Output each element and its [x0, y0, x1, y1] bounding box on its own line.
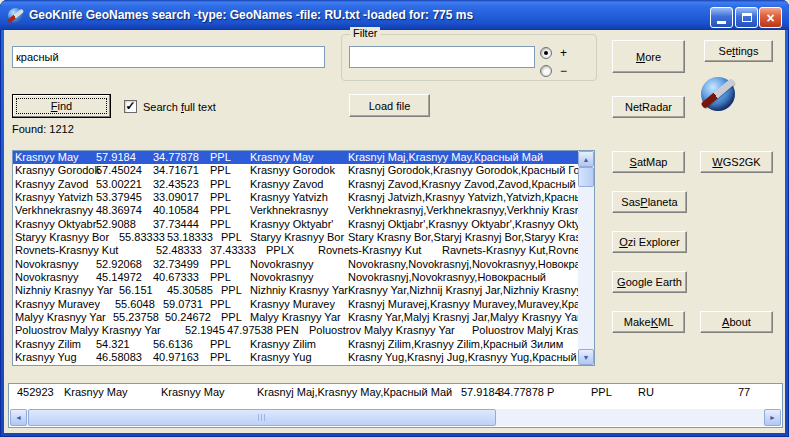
status-field: 34.77878 P: [498, 386, 554, 398]
list-row[interactable]: Staryy Krasnyy Bor55.8333353.18333PPLSta…: [13, 231, 578, 244]
app-icon[interactable]: [7, 7, 24, 24]
chevron-up-icon: ▲: [583, 156, 590, 163]
filter-minus-radio[interactable]: −: [540, 64, 567, 78]
scroll-right-button[interactable]: ►: [764, 409, 781, 426]
maximize-icon: [742, 13, 752, 22]
more-button[interactable]: More: [612, 40, 685, 73]
load-file-button[interactable]: Load file: [349, 94, 430, 117]
main-content: Filter + − More Settings NetRadar Find ✓…: [4, 30, 785, 433]
status-field: PPL: [591, 386, 612, 398]
geoknife-logo-icon: [698, 74, 738, 114]
status-field: 57.9184: [461, 386, 501, 398]
list-row[interactable]: Krasnyy May57.918434.77878PPLKrasnyy May…: [13, 151, 578, 164]
status-field: Krasnyy May: [64, 386, 128, 398]
scroll-left-button[interactable]: ◄: [10, 409, 27, 426]
detail-panel: 452923Krasnyy MayKrasnyy MayKrasnyj Maj,…: [8, 383, 783, 428]
list-row[interactable]: Krasnyy Yug46.5808340.97163PPLKrasnyy Yu…: [13, 351, 578, 364]
scroll-down-button[interactable]: ▼: [578, 349, 594, 365]
vertical-scroll-thumb[interactable]: [578, 167, 594, 187]
horizontal-scrollbar[interactable]: ◄ ►: [10, 409, 781, 426]
radio-icon: [540, 47, 552, 59]
make-kml-button[interactable]: Make KML: [612, 311, 685, 333]
list-row[interactable]: Nizhniy Krasnyy Yar56.15145.30585PPLNizh…: [13, 284, 578, 297]
google-earth-button[interactable]: Google Earth: [612, 271, 687, 293]
sas-planeta-button[interactable]: Sas Planeta: [612, 191, 687, 213]
list-row[interactable]: Poluostrov Malyy Krasnyy Yar52.194547.97…: [13, 324, 578, 337]
status-field: Krasnyj Maj,Krasnyy May,Красный Май: [257, 386, 452, 398]
find-button[interactable]: Find: [12, 94, 111, 118]
filter-plus-label: +: [560, 46, 567, 60]
list-row[interactable]: Rovnets-Krasnyy Kut52.4833337.43333PPLXR…: [13, 244, 578, 257]
found-count-label: Found: 1212: [12, 123, 74, 135]
status-field: 77: [738, 386, 750, 398]
wgs2gk-button[interactable]: WGS2GK: [700, 151, 773, 173]
satmap-button[interactable]: SatMap: [612, 151, 685, 173]
horizontal-scroll-thumb[interactable]: [28, 409, 496, 426]
status-field: RU: [638, 386, 654, 398]
search-full-text-label: Search full text: [143, 101, 216, 113]
minimize-button[interactable]: [710, 7, 733, 28]
chevron-right-icon: ►: [769, 414, 776, 421]
chevron-left-icon: ◄: [15, 414, 22, 421]
list-row[interactable]: Krasnyy Oktyabr'52.908837.73444PPLKrasny…: [13, 218, 578, 231]
titlebar: GeoKnife GeoNames search -type: GeoNames…: [0, 0, 789, 30]
ozi-explorer-button[interactable]: Ozi Explorer: [612, 231, 687, 253]
filter-input[interactable]: [349, 46, 535, 68]
check-icon: ✓: [125, 99, 135, 113]
filter-plus-radio[interactable]: +: [540, 46, 567, 60]
list-row[interactable]: Verkhnekrasnyy48.3697440.10584PPLVerkhne…: [13, 204, 578, 217]
list-row[interactable]: Krasnyy Zilim54.32156.6136PPLKrasnyy Zil…: [13, 338, 578, 351]
list-row[interactable]: Novokrasnyy52.9206832.73499PPLNovokrasny…: [13, 258, 578, 271]
search-full-text-checkbox[interactable]: ✓: [124, 100, 137, 113]
radio-icon: [540, 65, 552, 77]
maximize-button[interactable]: [735, 7, 758, 28]
list-row[interactable]: Novokrasnyy45.1497240.67333PPLNovokrasny…: [13, 271, 578, 284]
app-window: GeoKnife GeoNames search -type: GeoNames…: [0, 0, 789, 437]
list-row[interactable]: Krasnyy Zavod53.0022132.43523PPLKrasnyy …: [13, 178, 578, 191]
about-button[interactable]: About: [700, 311, 773, 333]
list-row[interactable]: Krasnyy Gorodok57.4502434.71671PPLKrasny…: [13, 164, 578, 177]
netradar-button[interactable]: NetRadar: [612, 96, 685, 118]
window-title: GeoKnife GeoNames search -type: GeoNames…: [29, 8, 473, 22]
results-rows: Krasnyy May57.918434.77878PPLKrasnyy May…: [13, 151, 578, 365]
status-field: Krasnyy May: [161, 386, 225, 398]
filter-groupbox: Filter + −: [341, 34, 597, 81]
minimize-icon: [717, 21, 726, 24]
filter-group-label: Filter: [350, 27, 380, 39]
vertical-scrollbar[interactable]: ▲ ▼: [578, 151, 594, 365]
list-row[interactable]: Malyy Krasnyy Yar55.2375850.24672PPLMaly…: [13, 311, 578, 324]
scroll-up-button[interactable]: ▲: [578, 151, 594, 167]
close-button[interactable]: ×: [759, 7, 782, 28]
list-row[interactable]: Krasnyy Yatvizh53.3794533.09017PPLKrasny…: [13, 191, 578, 204]
status-field: 452923: [17, 386, 54, 398]
chevron-down-icon: ▼: [583, 354, 590, 361]
list-row[interactable]: Krasnyy Muravey55.604859.0731PPLKrasnyy …: [13, 298, 578, 311]
selected-record-row[interactable]: 452923Krasnyy MayKrasnyy MayKrasnyj Maj,…: [9, 386, 782, 400]
search-input[interactable]: [12, 46, 325, 68]
close-icon: ×: [766, 10, 774, 26]
results-listbox: Krasnyy May57.918434.77878PPLKrasnyy May…: [12, 150, 595, 366]
settings-button[interactable]: Settings: [704, 40, 773, 62]
filter-minus-label: −: [560, 64, 567, 78]
